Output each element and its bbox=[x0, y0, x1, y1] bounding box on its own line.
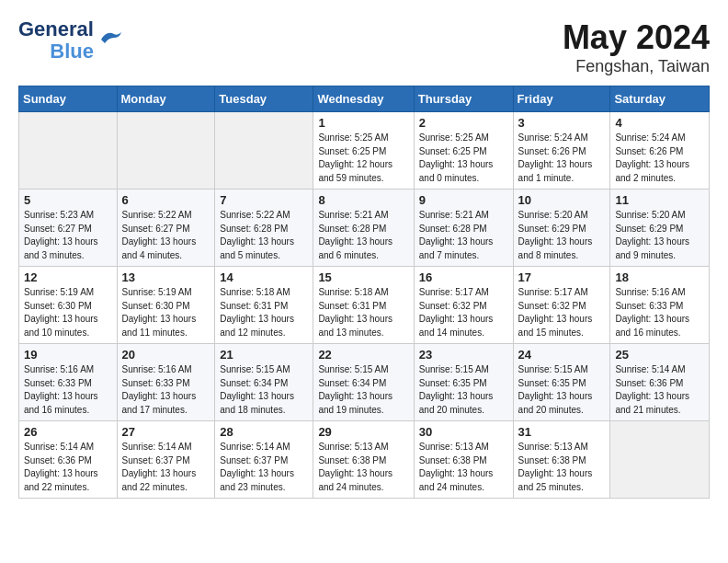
calendar-cell: 9Sunrise: 5:21 AM Sunset: 6:28 PM Daylig… bbox=[414, 190, 513, 267]
day-info: Sunrise: 5:17 AM Sunset: 6:32 PM Dayligh… bbox=[518, 286, 606, 339]
weekday-header-thursday: Thursday bbox=[414, 86, 513, 112]
day-number: 8 bbox=[318, 193, 408, 207]
calendar-cell: 26Sunrise: 5:14 AM Sunset: 6:36 PM Dayli… bbox=[19, 421, 118, 499]
calendar-cell: 21Sunrise: 5:15 AM Sunset: 6:34 PM Dayli… bbox=[215, 344, 313, 421]
day-number: 15 bbox=[318, 270, 408, 284]
day-number: 1 bbox=[318, 116, 408, 130]
logo: General Blue bbox=[18, 18, 123, 63]
day-info: Sunrise: 5:22 AM Sunset: 6:28 PM Dayligh… bbox=[220, 209, 308, 262]
calendar-cell: 24Sunrise: 5:15 AM Sunset: 6:35 PM Dayli… bbox=[513, 344, 610, 421]
day-number: 13 bbox=[122, 270, 210, 284]
calendar-cell: 29Sunrise: 5:13 AM Sunset: 6:38 PM Dayli… bbox=[313, 421, 414, 499]
calendar-cell: 27Sunrise: 5:14 AM Sunset: 6:37 PM Dayli… bbox=[117, 421, 215, 499]
day-info: Sunrise: 5:24 AM Sunset: 6:26 PM Dayligh… bbox=[518, 132, 606, 185]
day-number: 18 bbox=[615, 270, 704, 284]
weekday-header-monday: Monday bbox=[117, 86, 215, 112]
day-info: Sunrise: 5:13 AM Sunset: 6:38 PM Dayligh… bbox=[318, 441, 408, 494]
day-info: Sunrise: 5:23 AM Sunset: 6:27 PM Dayligh… bbox=[24, 209, 112, 262]
weekday-header-wednesday: Wednesday bbox=[313, 86, 414, 112]
calendar-cell: 11Sunrise: 5:20 AM Sunset: 6:29 PM Dayli… bbox=[610, 190, 710, 267]
day-info: Sunrise: 5:15 AM Sunset: 6:34 PM Dayligh… bbox=[220, 363, 308, 417]
day-info: Sunrise: 5:18 AM Sunset: 6:31 PM Dayligh… bbox=[220, 286, 308, 339]
day-number: 3 bbox=[518, 116, 606, 130]
page-header: General Blue May 2024 Fengshan, Taiwan bbox=[18, 18, 710, 76]
calendar-cell: 5Sunrise: 5:23 AM Sunset: 6:27 PM Daylig… bbox=[19, 190, 118, 267]
calendar-cell: 7Sunrise: 5:22 AM Sunset: 6:28 PM Daylig… bbox=[215, 190, 313, 267]
day-number: 23 bbox=[419, 348, 508, 362]
weekday-header-sunday: Sunday bbox=[19, 86, 118, 112]
calendar-cell bbox=[117, 112, 215, 190]
day-number: 28 bbox=[220, 425, 308, 439]
day-info: Sunrise: 5:24 AM Sunset: 6:26 PM Dayligh… bbox=[615, 132, 704, 185]
calendar-cell: 20Sunrise: 5:16 AM Sunset: 6:33 PM Dayli… bbox=[117, 344, 215, 421]
location-subtitle: Fengshan, Taiwan bbox=[563, 57, 710, 76]
calendar-cell bbox=[610, 421, 710, 499]
calendar-cell: 22Sunrise: 5:15 AM Sunset: 6:34 PM Dayli… bbox=[313, 344, 414, 421]
day-number: 25 bbox=[615, 348, 704, 362]
day-number: 24 bbox=[518, 348, 606, 362]
day-number: 22 bbox=[318, 348, 408, 362]
calendar-cell: 15Sunrise: 5:18 AM Sunset: 6:31 PM Dayli… bbox=[313, 267, 414, 344]
day-number: 16 bbox=[419, 270, 508, 284]
day-info: Sunrise: 5:21 AM Sunset: 6:28 PM Dayligh… bbox=[318, 209, 408, 262]
calendar-header-row: SundayMondayTuesdayWednesdayThursdayFrid… bbox=[19, 86, 710, 112]
calendar-cell: 2Sunrise: 5:25 AM Sunset: 6:25 PM Daylig… bbox=[414, 112, 513, 190]
day-info: Sunrise: 5:20 AM Sunset: 6:29 PM Dayligh… bbox=[615, 209, 704, 262]
day-info: Sunrise: 5:18 AM Sunset: 6:31 PM Dayligh… bbox=[318, 286, 408, 339]
day-number: 5 bbox=[24, 193, 112, 207]
calendar-cell: 25Sunrise: 5:14 AM Sunset: 6:36 PM Dayli… bbox=[610, 344, 710, 421]
day-number: 7 bbox=[220, 193, 308, 207]
calendar-week-1: 1Sunrise: 5:25 AM Sunset: 6:25 PM Daylig… bbox=[19, 112, 710, 190]
calendar-cell: 16Sunrise: 5:17 AM Sunset: 6:32 PM Dayli… bbox=[414, 267, 513, 344]
day-number: 31 bbox=[518, 425, 606, 439]
day-number: 6 bbox=[122, 193, 210, 207]
day-info: Sunrise: 5:19 AM Sunset: 6:30 PM Dayligh… bbox=[24, 286, 112, 339]
calendar-week-3: 12Sunrise: 5:19 AM Sunset: 6:30 PM Dayli… bbox=[19, 267, 710, 344]
day-info: Sunrise: 5:14 AM Sunset: 6:36 PM Dayligh… bbox=[24, 441, 112, 494]
day-number: 19 bbox=[24, 348, 112, 362]
day-info: Sunrise: 5:14 AM Sunset: 6:36 PM Dayligh… bbox=[615, 363, 704, 417]
calendar-cell: 8Sunrise: 5:21 AM Sunset: 6:28 PM Daylig… bbox=[313, 190, 414, 267]
calendar-cell: 31Sunrise: 5:13 AM Sunset: 6:38 PM Dayli… bbox=[513, 421, 610, 499]
calendar-week-4: 19Sunrise: 5:16 AM Sunset: 6:33 PM Dayli… bbox=[19, 344, 710, 421]
calendar-week-5: 26Sunrise: 5:14 AM Sunset: 6:36 PM Dayli… bbox=[19, 421, 710, 499]
day-info: Sunrise: 5:17 AM Sunset: 6:32 PM Dayligh… bbox=[419, 286, 508, 339]
calendar-cell: 12Sunrise: 5:19 AM Sunset: 6:30 PM Dayli… bbox=[19, 267, 118, 344]
day-info: Sunrise: 5:16 AM Sunset: 6:33 PM Dayligh… bbox=[122, 363, 210, 417]
day-number: 20 bbox=[122, 348, 210, 362]
day-number: 12 bbox=[24, 270, 112, 284]
calendar-cell: 3Sunrise: 5:24 AM Sunset: 6:26 PM Daylig… bbox=[513, 112, 610, 190]
day-number: 30 bbox=[419, 425, 508, 439]
day-number: 2 bbox=[419, 116, 508, 130]
day-info: Sunrise: 5:25 AM Sunset: 6:25 PM Dayligh… bbox=[318, 132, 408, 185]
calendar-cell: 1Sunrise: 5:25 AM Sunset: 6:25 PM Daylig… bbox=[313, 112, 414, 190]
calendar-cell: 23Sunrise: 5:15 AM Sunset: 6:35 PM Dayli… bbox=[414, 344, 513, 421]
logo-line1: General bbox=[18, 18, 94, 40]
calendar-table: SundayMondayTuesdayWednesdayThursdayFrid… bbox=[18, 86, 710, 499]
day-number: 4 bbox=[615, 116, 704, 130]
title-block: May 2024 Fengshan, Taiwan bbox=[563, 18, 710, 76]
day-info: Sunrise: 5:13 AM Sunset: 6:38 PM Dayligh… bbox=[419, 441, 508, 494]
day-info: Sunrise: 5:14 AM Sunset: 6:37 PM Dayligh… bbox=[122, 441, 210, 494]
day-info: Sunrise: 5:25 AM Sunset: 6:25 PM Dayligh… bbox=[419, 132, 508, 185]
calendar-cell: 4Sunrise: 5:24 AM Sunset: 6:26 PM Daylig… bbox=[610, 112, 710, 190]
calendar-cell: 10Sunrise: 5:20 AM Sunset: 6:29 PM Dayli… bbox=[513, 190, 610, 267]
day-number: 29 bbox=[318, 425, 408, 439]
day-info: Sunrise: 5:13 AM Sunset: 6:38 PM Dayligh… bbox=[518, 441, 606, 494]
calendar-cell: 30Sunrise: 5:13 AM Sunset: 6:38 PM Dayli… bbox=[414, 421, 513, 499]
day-number: 27 bbox=[122, 425, 210, 439]
day-info: Sunrise: 5:20 AM Sunset: 6:29 PM Dayligh… bbox=[518, 209, 606, 262]
day-info: Sunrise: 5:15 AM Sunset: 6:35 PM Dayligh… bbox=[518, 363, 606, 417]
calendar-week-2: 5Sunrise: 5:23 AM Sunset: 6:27 PM Daylig… bbox=[19, 190, 710, 267]
calendar-cell bbox=[19, 112, 118, 190]
weekday-header-tuesday: Tuesday bbox=[215, 86, 313, 112]
calendar-cell: 28Sunrise: 5:14 AM Sunset: 6:37 PM Dayli… bbox=[215, 421, 313, 499]
day-info: Sunrise: 5:22 AM Sunset: 6:27 PM Dayligh… bbox=[122, 209, 210, 262]
day-number: 26 bbox=[24, 425, 112, 439]
day-info: Sunrise: 5:14 AM Sunset: 6:37 PM Dayligh… bbox=[220, 441, 308, 494]
logo-line2: Blue bbox=[50, 40, 94, 63]
weekday-header-friday: Friday bbox=[513, 86, 610, 112]
calendar-cell: 18Sunrise: 5:16 AM Sunset: 6:33 PM Dayli… bbox=[610, 267, 710, 344]
calendar-cell: 17Sunrise: 5:17 AM Sunset: 6:32 PM Dayli… bbox=[513, 267, 610, 344]
day-info: Sunrise: 5:15 AM Sunset: 6:34 PM Dayligh… bbox=[318, 363, 408, 417]
